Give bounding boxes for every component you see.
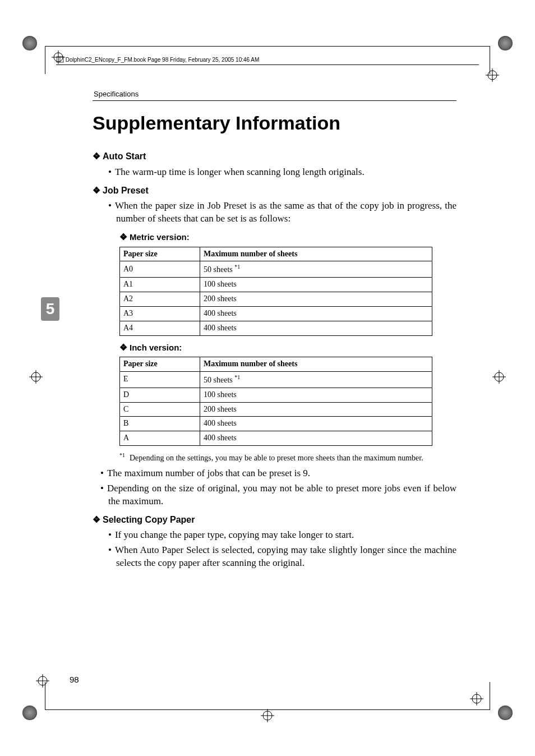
th-paper-size: Paper size <box>120 357 200 372</box>
section-running-head-text: Specifications <box>94 90 139 98</box>
cell-size: B <box>120 417 200 431</box>
cell-max: 400 sheets <box>200 431 432 446</box>
cell-size: A2 <box>120 292 200 306</box>
th-max-sheets: Maximum number of sheets <box>200 247 432 261</box>
heading-inch-version: ❖Inch version: <box>119 342 456 354</box>
table-row: A1 100 sheets <box>120 278 432 292</box>
table-header-row: Paper size Maximum number of sheets <box>120 357 432 372</box>
diamond-icon: ❖ <box>119 343 127 352</box>
bullet-text: When the paper size in Job Preset is as … <box>115 200 456 224</box>
register-mark-ml <box>29 370 43 384</box>
crop-frame <box>45 682 45 710</box>
crop-frame <box>45 46 490 47</box>
cell-size: A <box>120 431 200 446</box>
table-header-row: Paper size Maximum number of sheets <box>120 247 432 261</box>
table-row: B 400 sheets <box>120 417 432 431</box>
cell-size: E <box>120 372 200 388</box>
bullet-text: Depending on the size of original, you m… <box>107 483 456 506</box>
running-header: DolphinC2_ENcopy_F_FM.book Page 98 Frida… <box>56 56 479 65</box>
diamond-icon: ❖ <box>93 151 100 161</box>
cell-size: C <box>120 402 200 417</box>
footnote-mark: *1 <box>119 452 125 458</box>
crop-frame <box>45 46 45 74</box>
table-row: A2 200 sheets <box>120 292 432 306</box>
bullet-scp-0: •If you change the paper type, copying m… <box>116 529 456 542</box>
cell-size: A0 <box>120 261 200 278</box>
bullet-text: The maximum number of jobs that can be p… <box>107 468 310 478</box>
heading-inch-text: Inch version: <box>130 343 182 352</box>
cell-size: A3 <box>120 306 200 321</box>
heading-job-preset-text: Job Preset <box>103 186 149 195</box>
inch-table: Paper size Maximum number of sheets E 50… <box>119 357 432 446</box>
cell-max: 400 sheets <box>200 321 432 335</box>
cell-size: A4 <box>120 321 200 335</box>
table-row: A0 50 sheets *1 <box>120 261 432 278</box>
register-dot-tr <box>498 36 513 50</box>
table-row: E 50 sheets *1 <box>120 372 432 388</box>
chapter-number: 5 <box>46 300 55 317</box>
table-row: A4 400 sheets <box>120 321 432 335</box>
footnote-text: Depending on the settings, you may be ab… <box>130 454 423 462</box>
table-row: A3 400 sheets <box>120 306 432 321</box>
heading-auto-start-text: Auto Start <box>103 151 146 161</box>
bullet-job-preset-post-1: •Depending on the size of original, you … <box>108 482 456 508</box>
cell-max: 100 sheets <box>200 278 432 292</box>
table-row: C 200 sheets <box>120 402 432 417</box>
bullet-job-preset-post-0: •The maximum number of jobs that can be … <box>108 467 456 480</box>
diamond-icon: ❖ <box>93 515 100 524</box>
footnote-1: *1Depending on the settings, you may be … <box>133 451 456 464</box>
bullet-job-preset-intro: •When the paper size in Job Preset is as… <box>116 200 456 225</box>
th-max-sheets: Maximum number of sheets <box>200 357 432 372</box>
heading-auto-start: ❖Auto Start <box>93 150 456 163</box>
cell-max: 400 sheets <box>200 306 432 321</box>
page-number-text: 98 <box>70 675 79 684</box>
page-number: 98 <box>70 675 79 684</box>
heading-metric-version: ❖Metric version: <box>119 231 456 243</box>
running-header-text: DolphinC2_ENcopy_F_FM.book Page 98 Frida… <box>66 57 260 63</box>
cell-max: 200 sheets <box>200 292 432 306</box>
register-mark-bc <box>261 709 274 722</box>
bullet-auto-start-0: •The warm-up time is longer when scannin… <box>116 166 456 179</box>
cell-max: 200 sheets <box>200 402 432 417</box>
table-row: A 400 sheets <box>120 431 432 446</box>
cell-max: 400 sheets <box>200 417 432 431</box>
crop-frame <box>490 682 490 710</box>
th-paper-size: Paper size <box>120 247 200 261</box>
register-dot-bl <box>22 706 37 720</box>
page-title: Supplementary Information <box>93 112 340 134</box>
cell-max: 50 sheets *1 <box>200 261 432 278</box>
register-dot-tl <box>22 36 37 50</box>
cell-size: D <box>120 388 200 402</box>
heading-scp-text: Selecting Copy Paper <box>103 515 195 524</box>
crop-frame <box>490 46 490 74</box>
diamond-icon: ❖ <box>93 186 100 195</box>
register-mark-bl <box>36 674 49 688</box>
cell-max: 100 sheets <box>200 388 432 402</box>
bullet-text: If you change the paper type, copying ma… <box>115 529 354 540</box>
bullet-scp-1: •When Auto Paper Select is selected, cop… <box>116 544 456 570</box>
bullet-text: When Auto Paper Select is selected, copy… <box>115 545 456 568</box>
register-dot-br <box>498 706 513 720</box>
book-icon <box>56 56 64 64</box>
table-row: D 100 sheets <box>120 388 432 402</box>
heading-job-preset: ❖Job Preset <box>93 185 456 197</box>
cell-size: A1 <box>120 278 200 292</box>
metric-table: Paper size Maximum number of sheets A0 5… <box>119 247 432 336</box>
register-mark-br <box>470 692 483 706</box>
page-title-text: Supplementary Information <box>93 112 340 133</box>
register-mark-mr <box>492 370 506 384</box>
heading-metric-text: Metric version: <box>130 232 190 242</box>
chapter-tab: 5 <box>41 297 59 321</box>
register-mark-tr <box>486 68 499 82</box>
crop-frame <box>45 709 490 710</box>
cell-max: 50 sheets *1 <box>200 372 432 388</box>
heading-selecting-copy-paper: ❖Selecting Copy Paper <box>93 514 456 526</box>
content-body: ❖Auto Start •The warm-up time is longer … <box>93 145 456 572</box>
section-running-head: Specifications <box>93 90 456 101</box>
diamond-icon: ❖ <box>119 232 127 242</box>
bullet-text: The warm-up time is longer when scanning… <box>115 167 365 177</box>
